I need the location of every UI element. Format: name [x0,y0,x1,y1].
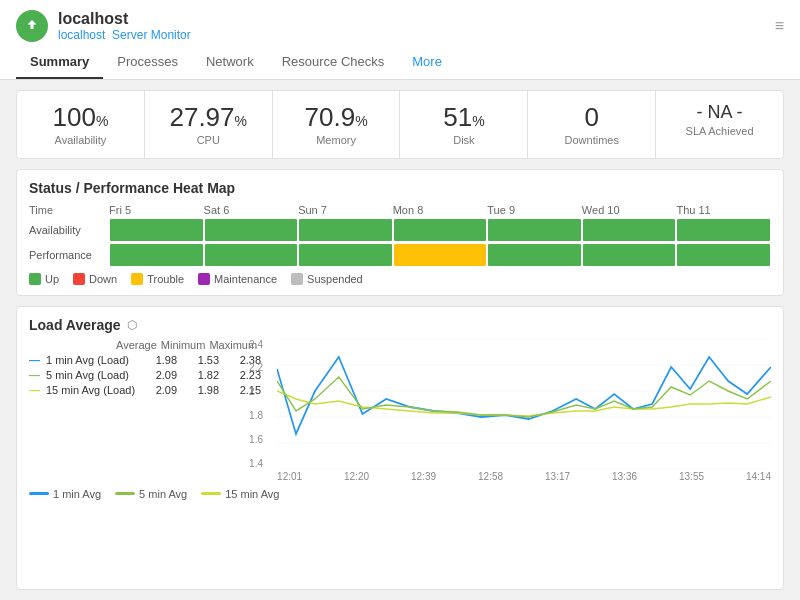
avail-cell-6 [583,219,676,241]
legend-maintenance-label: Maintenance [214,273,277,285]
tab-processes[interactable]: Processes [103,46,192,79]
disk-value: 51% [408,103,519,132]
heatmap-grid: Time Fri 5 Sat 6 Sun 7 Mon 8 Tue 9 Wed 1… [29,204,771,266]
stat-sla: - NA - SLA Achieved [656,91,783,158]
legend-up-dot [29,273,41,285]
heatmap-col-sat: Sat 6 [204,204,299,216]
header: localhost localhost Server Monitor ≡ Sum… [0,0,800,80]
memory-label: Memory [281,134,392,146]
availability-value: 100% [25,103,136,132]
host-row: localhost localhost Server Monitor ≡ [16,10,784,42]
heatmap-legend: Up Down Trouble Maintenance Suspended [29,273,771,285]
tab-summary[interactable]: Summary [16,46,103,79]
series-3-min: 1.98 [181,384,219,396]
downtimes-value: 0 [536,103,647,132]
menu-icon[interactable]: ≡ [775,17,784,35]
availability-label: Availability [25,134,136,146]
perf-cell-1 [110,244,203,266]
chart-legend-15min: 15 min Avg [201,488,279,500]
heatmap-col-tue: Tue 9 [487,204,582,216]
line-blue [29,492,49,495]
load-chart [277,339,771,469]
host-icon [16,10,48,42]
sla-label: SLA Achieved [664,125,775,137]
page: localhost localhost Server Monitor ≡ Sum… [0,0,800,600]
x-axis: 12:01 12:20 12:39 12:58 13:17 13:36 13:5… [277,471,771,482]
y-axis: 2.4 2.2 2 1.8 1.6 1.4 [249,339,263,469]
legend-15min-label: 15 min Avg [225,488,279,500]
line-green [115,492,135,495]
heatmap-header: Time Fri 5 Sat 6 Sun 7 Mon 8 Tue 9 Wed 1… [29,204,771,216]
chart-svg-wrapper: 2.4 2.2 2 1.8 1.6 1.4 [277,339,771,469]
stat-cpu: 27.97% CPU [145,91,273,158]
heatmap-col-wed: Wed 10 [582,204,677,216]
series-2-avg: 2.09 [139,369,177,381]
stat-availability: 100% Availability [17,91,145,158]
chart-stats-table: Average Minimum Maximum — 1 min Avg (Loa… [29,339,261,482]
avail-cell-2 [205,219,298,241]
line-yellow [201,492,221,495]
heatmap-col-thu: Thu 11 [676,204,771,216]
memory-value: 70.9% [281,103,392,132]
upload-icon [23,17,41,35]
stat-downtimes: 0 Downtimes [528,91,656,158]
heatmap-title: Status / Performance Heat Map [29,180,771,196]
chart-bottom-legend: 1 min Avg 5 min Avg 15 min Avg [29,488,771,500]
chart-svg-area: 2.4 2.2 2 1.8 1.6 1.4 [277,339,771,482]
chart-section: Load Average ⬡ Average Minimum Maximum —… [16,306,784,590]
performance-row-label: Performance [29,249,109,261]
legend-up: Up [29,273,59,285]
series-2-label: 5 min Avg (Load) [46,369,135,381]
series-3-label: 15 min Avg (Load) [46,384,135,396]
chart-title-row: Load Average ⬡ [29,317,771,333]
host-title: localhost [58,10,191,28]
perf-cell-3 [299,244,392,266]
sla-value: - NA - [664,103,775,123]
cpu-label: CPU [153,134,264,146]
host-subtitle: localhost Server Monitor [58,28,191,42]
tab-network[interactable]: Network [192,46,268,79]
stat-memory: 70.9% Memory [273,91,401,158]
legend-trouble-label: Trouble [147,273,184,285]
nav-tabs: Summary Processes Network Resource Check… [16,46,784,79]
chart-content: Average Minimum Maximum — 1 min Avg (Loa… [29,339,771,482]
chart-title: Load Average [29,317,121,333]
downtimes-label: Downtimes [536,134,647,146]
tab-resource-checks[interactable]: Resource Checks [268,46,399,79]
heatmap-section: Status / Performance Heat Map Time Fri 5… [16,169,784,296]
legend-trouble-dot [131,273,143,285]
series-1-avg: 1.98 [139,354,177,366]
legend-suspended-label: Suspended [307,273,363,285]
external-link-icon[interactable]: ⬡ [127,318,137,332]
series-2-min: 1.82 [181,369,219,381]
stats-header-avg: Average [116,339,157,351]
avail-cell-7 [677,219,770,241]
heatmap-col-sun: Sun 7 [298,204,393,216]
stats-bar: 100% Availability 27.97% CPU 70.9% Memor… [16,90,784,159]
tab-more[interactable]: More [398,46,456,79]
series-1-label: 1 min Avg (Load) [46,354,135,366]
perf-cell-4 [394,244,487,266]
avail-cell-5 [488,219,581,241]
server-monitor-link[interactable]: Server Monitor [112,28,191,42]
avail-cell-1 [110,219,203,241]
perf-cell-6 [583,244,676,266]
avail-cell-4 [394,219,487,241]
heatmap-row-performance: Performance [29,244,771,266]
chart-legend-5min: 5 min Avg [115,488,187,500]
series-1-min: 1.53 [181,354,219,366]
legend-maintenance-dot [198,273,210,285]
legend-maintenance: Maintenance [198,273,277,285]
availability-row-label: Availability [29,224,109,236]
legend-trouble: Trouble [131,273,184,285]
series-3-avg: 2.09 [139,384,177,396]
legend-down-label: Down [89,273,117,285]
perf-cell-5 [488,244,581,266]
stats-header-min: Minimum [161,339,206,351]
perf-cell-7 [677,244,770,266]
legend-suspended: Suspended [291,273,363,285]
cpu-value: 27.97% [153,103,264,132]
stat-disk: 51% Disk [400,91,528,158]
avail-cell-3 [299,219,392,241]
legend-suspended-dot [291,273,303,285]
